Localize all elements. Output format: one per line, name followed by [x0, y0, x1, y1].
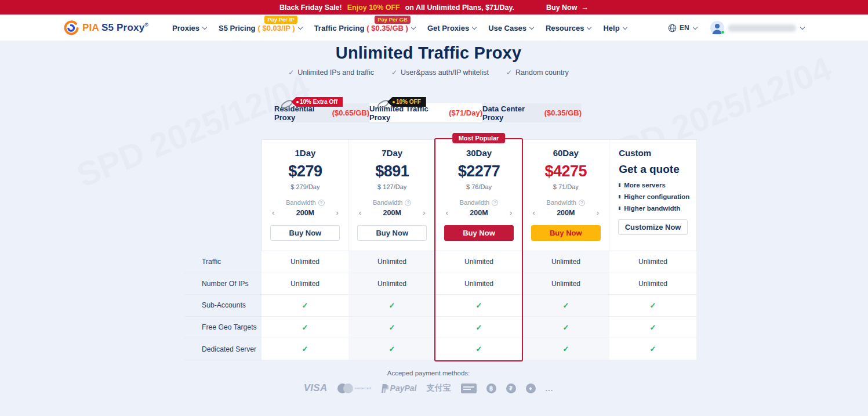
logo-text-product: S5 Proxy: [101, 22, 144, 33]
check-icon: ✓: [609, 295, 696, 317]
menu-item-use-cases[interactable]: Use Cases: [488, 24, 533, 32]
menu-label: S5 Pricing: [219, 24, 256, 32]
plan-price: $2277: [436, 162, 522, 180]
bandwidth-stepper: ‹ 200M ›: [262, 208, 348, 218]
plan-per-day: $ 71/Day: [522, 183, 609, 190]
chevron-down-icon: [411, 24, 416, 29]
chevron-down-icon: [202, 24, 207, 29]
plan-card-30day: 30Day $2277 $ 76/Day Bandwidth ? ‹ 200M …: [436, 140, 523, 251]
chevron-down-icon: [622, 24, 627, 29]
stepper-decrease-icon[interactable]: ‹: [272, 208, 274, 217]
bullet-icon: [619, 207, 620, 210]
paypal-wordmark: PayPal: [390, 384, 417, 393]
check-icon: ✓: [262, 317, 348, 339]
online-status-dot: [721, 30, 725, 34]
stepper-decrease-icon[interactable]: ‹: [359, 208, 361, 217]
table-row: Sub-Accounts ✓ ✓ ✓ ✓ ✓: [184, 295, 697, 317]
tab-data-center-proxy[interactable]: Data Center Proxy ($0.35/GB): [482, 103, 582, 122]
check-icon: ✓: [435, 317, 522, 339]
nav-right-section: EN: [668, 15, 804, 41]
plan-card-1day: 1Day $279 $ 279/Day Bandwidth ? ‹ 200M ›…: [262, 140, 349, 251]
plan-price: $279: [262, 162, 348, 180]
logo-registered-mark: ®: [144, 22, 148, 28]
menu-label: Help: [603, 24, 619, 32]
row-label: Traffic: [184, 251, 262, 273]
plan-cards: 1Day $279 $ 279/Day Bandwidth ? ‹ 200M ›…: [262, 139, 697, 251]
brand-logo[interactable]: PIAS5 Proxy®: [64, 15, 148, 41]
plan-per-day: $ 279/Day: [262, 183, 348, 190]
main-menu: Proxies Pay Per IP S5 Pricing ( $0.03/IP…: [172, 15, 627, 41]
menu-label: Use Cases: [488, 24, 526, 32]
menu-item-help[interactable]: Help: [603, 24, 626, 32]
help-icon[interactable]: ?: [405, 200, 411, 206]
stepper-decrease-icon[interactable]: ‹: [446, 208, 448, 217]
bandwidth-stepper: ‹ 200M ›: [436, 208, 522, 218]
user-account-menu[interactable]: [710, 21, 804, 35]
buy-now-button[interactable]: Buy Now: [270, 225, 340, 241]
buy-now-button[interactable]: Buy Now: [444, 225, 514, 241]
table-cell: Unlimited: [262, 273, 348, 295]
bandwidth-label: Bandwidth: [547, 199, 576, 206]
table-row: Traffic Unlimited Unlimited Unlimited Un…: [184, 251, 697, 273]
check-icon: ✓: [435, 295, 522, 317]
customize-now-button[interactable]: Customize Now: [618, 219, 688, 235]
top-navigation: PIAS5 Proxy® Proxies Pay Per IP S5 Prici…: [0, 15, 868, 41]
check-icon: ✓: [522, 338, 609, 360]
table-cell: Unlimited: [609, 251, 696, 273]
chevron-down-icon: [800, 24, 804, 29]
plan-term: 30Day: [436, 148, 522, 158]
table-row: Number Of IPs Unlimited Unlimited Unlimi…: [184, 273, 697, 295]
language-label: EN: [680, 24, 689, 32]
stepper-increase-icon[interactable]: ›: [597, 208, 599, 217]
check-icon: ✓: [348, 295, 435, 317]
menu-item-proxies[interactable]: Proxies: [172, 24, 206, 32]
tether-icon: ₮: [506, 384, 516, 393]
plan-term: 1Day: [262, 148, 348, 158]
stepper-decrease-icon[interactable]: ‹: [532, 208, 535, 217]
menu-item-get-proxies[interactable]: Get Proxies: [427, 24, 476, 32]
help-icon[interactable]: ?: [579, 200, 585, 206]
stepper-increase-icon[interactable]: ›: [336, 208, 338, 217]
menu-item-resources[interactable]: Resources: [546, 24, 591, 32]
menu-item-traffic-pricing[interactable]: Pay Per GB Traffic Pricing ( $0.35/GB ): [314, 24, 415, 32]
check-icon: ✓: [348, 338, 435, 360]
tab-label: Data Center Proxy: [482, 104, 542, 122]
check-icon: ✓: [609, 338, 696, 360]
promo-detail-text: on All Unlimited Plans, $71/Day.: [405, 3, 514, 12]
menu-price: ( $0.35/GB ): [366, 24, 408, 32]
bandwidth-row: Bandwidth ?: [436, 199, 522, 206]
help-icon[interactable]: ?: [318, 200, 325, 206]
promo-offer-text: Enjoy 10% OFF: [347, 3, 400, 12]
bandwidth-label: Bandwidth: [373, 199, 402, 206]
help-icon[interactable]: ?: [492, 200, 498, 206]
chevron-down-icon: [529, 24, 534, 29]
custom-headline: Get a quote: [619, 163, 696, 176]
bandwidth-label: Bandwidth: [460, 199, 489, 206]
stepper-increase-icon[interactable]: ›: [423, 208, 425, 217]
hero-feature-item: ✓ Random country: [506, 68, 569, 77]
menu-label: Traffic Pricing: [314, 24, 365, 32]
buy-now-button[interactable]: Buy Now: [531, 225, 601, 241]
table-cell: Unlimited: [522, 273, 609, 295]
menu-label: Proxies: [172, 24, 199, 32]
row-label: Free Geo Targets: [184, 317, 262, 339]
hero-feature-list: ✓ Unlimited IPs and traffic ✓ User&pass …: [0, 68, 857, 77]
mastercard-wordmark: mastercard: [355, 386, 372, 390]
check-icon: ✓: [348, 317, 435, 339]
bandwidth-stepper: ‹ 200M ›: [349, 208, 435, 218]
bandwidth-row: Bandwidth ?: [262, 199, 348, 206]
plan-card-60day: 60Day $4275 $ 71/Day Bandwidth ? ‹ 200M …: [522, 140, 609, 251]
check-icon: ✓: [391, 68, 397, 77]
plan-price: $4275: [522, 162, 609, 180]
alipay-icon: 支付宝: [427, 383, 451, 393]
main-content: SPD 2025/12/04 SPD 2025/12/04 SPD 2025/1…: [0, 41, 868, 416]
promo-buy-now-link[interactable]: Buy Now →: [546, 3, 589, 12]
stepper-increase-icon[interactable]: ›: [510, 208, 512, 217]
menu-item-s5-pricing[interactable]: Pay Per IP S5 Pricing ( $0.03/IP ): [219, 24, 302, 32]
pay-per-ip-badge: Pay Per IP: [264, 16, 297, 24]
language-switcher[interactable]: EN: [668, 24, 697, 32]
chevron-down-icon: [472, 24, 477, 29]
ethereum-icon: ♦: [526, 384, 536, 393]
buy-now-button[interactable]: Buy Now: [357, 225, 427, 241]
more-icon: ...: [546, 384, 554, 393]
